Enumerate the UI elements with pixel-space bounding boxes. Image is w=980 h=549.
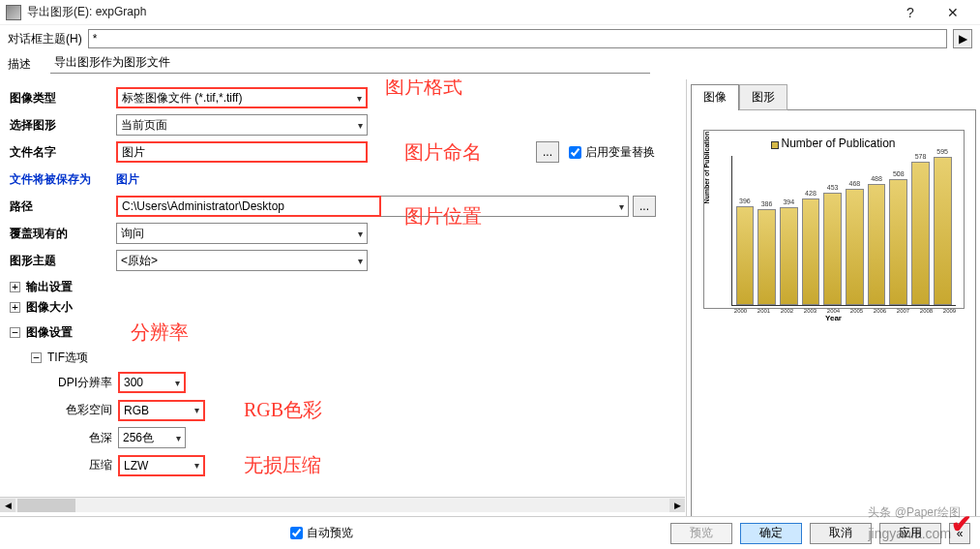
tree-tif[interactable]: −TIF选项: [31, 348, 676, 368]
main-area: 图片格式 图像类型 标签图像文件 (*.tif,*.tiff)▾ 选择图形 当前…: [0, 79, 980, 545]
label-compress: 压缩: [52, 457, 118, 473]
checkbox-auto-preview[interactable]: 自动预览: [290, 525, 353, 541]
chart-bar: 578: [911, 162, 930, 305]
select-compression[interactable]: LZW▾: [118, 455, 205, 476]
chart-legend: Number of Publication: [708, 135, 960, 152]
annotation-location: 图片位置: [404, 203, 482, 229]
preview-button[interactable]: 预览: [670, 523, 732, 544]
save-as-value: 图片: [116, 171, 139, 188]
annotation-naming: 图片命名: [404, 139, 482, 166]
select-image-type[interactable]: 标签图像文件 (*.tif,*.tiff)▾: [116, 87, 368, 108]
chart-bar: 468: [846, 189, 864, 305]
app-icon: [6, 5, 21, 20]
help-button[interactable]: ?: [889, 0, 932, 25]
tree-output[interactable]: +输出设置: [10, 277, 676, 297]
settings-tree: +输出设置 +图像大小 −图像设置 分辨率 −TIF选项 DPI分辨率 300▾…: [10, 277, 676, 478]
select-dpi[interactable]: 300▾: [118, 372, 186, 393]
desc-row: 描述 导出图形作为图形文件: [0, 52, 980, 79]
label-save-as: 文件将被保存为: [10, 171, 116, 188]
desc-value: 导出图形作为图形文件: [50, 54, 650, 74]
close-button[interactable]: ✕: [932, 0, 974, 25]
tab-image[interactable]: 图像: [691, 84, 739, 110]
chart-xlabel: Year: [708, 314, 960, 322]
chart-bar: 386: [757, 209, 776, 305]
label-path: 路径: [10, 198, 116, 215]
ok-button[interactable]: 确定: [740, 523, 802, 544]
theme-play-button[interactable]: ▶: [953, 29, 972, 48]
scroll-right-icon[interactable]: ▶: [669, 499, 685, 512]
apply-button[interactable]: 应用: [879, 523, 941, 544]
select-overwrite[interactable]: 询问▾: [116, 223, 368, 244]
checkmark-icon: ✔: [951, 509, 972, 539]
select-depth[interactable]: 256色▾: [118, 427, 186, 448]
chart-preview: Number of Publication Number of Publicat…: [703, 130, 965, 309]
label-overwrite: 覆盖现有的: [10, 226, 116, 242]
right-panel: 图像 图形 Number of Publication Number of Pu…: [687, 79, 980, 545]
chart-bar: 488: [868, 184, 886, 305]
bottom-bar: 自动预览 预览 确定 取消 应用 «: [0, 516, 980, 549]
theme-row: 对话框主题(H) ▶: [0, 25, 980, 52]
cancel-button[interactable]: 取消: [810, 523, 872, 544]
label-colorspace: 色彩空间: [52, 402, 118, 418]
label-image-type: 图像类型: [10, 90, 116, 107]
scroll-thumb[interactable]: [17, 499, 75, 512]
tab-graph[interactable]: 图形: [739, 84, 787, 110]
preview-tabs: 图像 图形: [687, 79, 980, 109]
chart-bar: 595: [934, 157, 952, 305]
annotation-rgb: RGB色彩: [244, 397, 322, 423]
label-file-name: 文件名字: [10, 144, 116, 161]
select-graph[interactable]: 当前页面▾: [116, 114, 368, 136]
scroll-left-icon[interactable]: ◀: [0, 499, 15, 512]
minus-icon[interactable]: −: [10, 327, 20, 338]
tree-size[interactable]: +图像大小: [10, 297, 676, 318]
select-colorspace[interactable]: RGB▾: [118, 400, 205, 421]
minus-icon[interactable]: −: [31, 352, 42, 363]
annotation-resolution: 分辨率: [131, 320, 189, 346]
chart-plot: 396386394428453468488508578595: [731, 156, 956, 306]
plus-icon[interactable]: +: [10, 282, 20, 292]
plus-icon[interactable]: +: [10, 302, 20, 313]
tree-settings[interactable]: −图像设置 分辨率: [10, 318, 676, 348]
desc-label: 描述: [8, 56, 31, 73]
checkbox-enable-var[interactable]: 启用变量替换: [569, 144, 655, 161]
input-path[interactable]: C:\Users\Administrator\Desktop: [116, 196, 381, 217]
chart-bar: 396: [736, 206, 755, 305]
preview-pane: Number of Publication Number of Publicat…: [691, 109, 976, 541]
theme-label: 对话框主题(H): [8, 31, 82, 47]
annotation-format: 图片格式: [385, 79, 462, 100]
titlebar: 导出图形(E): expGraph ? ✕: [0, 0, 980, 25]
left-panel: 图片格式 图像类型 标签图像文件 (*.tif,*.tiff)▾ 选择图形 当前…: [0, 79, 687, 545]
chart-ylabel: Number of Publication: [702, 131, 709, 203]
label-graph-theme: 图形主题: [10, 253, 116, 269]
chart-bar: 453: [823, 193, 842, 305]
chart-bar: 394: [780, 207, 798, 305]
window-title: 导出图形(E): expGraph: [27, 4, 889, 20]
label-depth: 色深: [52, 430, 118, 446]
label-select-graph: 选择图形: [10, 117, 116, 134]
browse-file-button[interactable]: ...: [536, 141, 559, 163]
annotation-lossless: 无损压缩: [244, 452, 321, 478]
chart-bar: 428: [802, 198, 820, 305]
chart-bar: 508: [889, 179, 907, 305]
hscrollbar[interactable]: ◀ ▶: [0, 497, 685, 512]
browse-path-button[interactable]: ...: [633, 196, 656, 217]
select-graph-theme[interactable]: <原始>▾: [116, 250, 368, 271]
label-dpi: DPI分辨率: [52, 375, 118, 391]
theme-input[interactable]: [88, 29, 947, 48]
input-file-name[interactable]: [116, 141, 368, 163]
